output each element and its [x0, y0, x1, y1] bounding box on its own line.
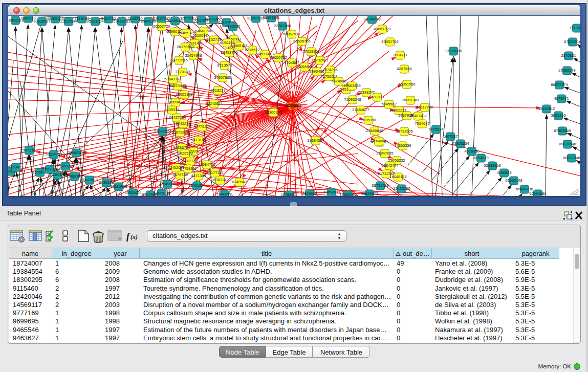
svg-text:1607337: 1607337	[443, 134, 458, 139]
svg-text:8267586: 8267586	[397, 67, 411, 71]
svg-text:1839335: 1839335	[164, 107, 179, 112]
svg-text:87603859: 87603859	[343, 83, 360, 88]
svg-text:9042284: 9042284	[176, 121, 190, 126]
svg-text:7594647: 7594647	[415, 121, 429, 126]
svg-text:10651333: 10651333	[41, 167, 58, 171]
svg-text:58867533: 58867533	[283, 32, 300, 36]
svg-text:36183242: 36183242	[211, 178, 228, 182]
svg-text:49651370: 49651370	[374, 27, 390, 31]
svg-text:4893252: 4893252	[225, 24, 240, 29]
svg-text:13315098: 13315098	[445, 49, 462, 53]
svg-text:90916998: 90916998	[110, 184, 127, 189]
svg-text:87603669: 87603669	[554, 128, 571, 133]
svg-text:5674680: 5674680	[331, 79, 346, 83]
svg-text:43455812: 43455812	[538, 106, 555, 111]
svg-text:70348247: 70348247	[358, 90, 375, 95]
svg-text:4060883: 4060883	[496, 170, 511, 175]
svg-text:7770143: 7770143	[175, 70, 190, 74]
svg-text:85931746: 85931746	[381, 39, 398, 44]
svg-text:8613171: 8613171	[369, 95, 384, 99]
svg-text:43699577: 43699577	[361, 191, 378, 196]
svg-text:88937346: 88937346	[563, 156, 580, 160]
svg-text:26179640: 26179640	[177, 45, 193, 49]
svg-text:3623166: 3623166	[551, 113, 565, 118]
svg-text:6025634: 6025634	[428, 127, 443, 132]
svg-text:5183473: 5183473	[8, 165, 23, 169]
svg-text:18724007: 18724007	[284, 103, 301, 108]
svg-text:34123281: 34123281	[182, 159, 199, 163]
svg-text:0249947: 0249947	[232, 180, 247, 184]
svg-text:28498776: 28498776	[221, 50, 237, 55]
svg-text:85574443: 85574443	[169, 83, 186, 88]
svg-text:2805982: 2805982	[302, 191, 317, 196]
svg-text:17758917: 17758917	[180, 166, 197, 171]
svg-text:43303654: 43303654	[452, 141, 469, 146]
svg-text:06562729: 06562729	[153, 24, 170, 29]
svg-text:16048175: 16048175	[389, 174, 406, 179]
svg-text:21047095: 21047095	[376, 151, 393, 156]
svg-text:43534624: 43534624	[124, 190, 141, 195]
svg-text:71093248: 71093248	[344, 97, 361, 102]
svg-text:3518233: 3518233	[210, 88, 225, 93]
svg-text:38346578: 38346578	[363, 17, 380, 21]
svg-text:44064090: 44064090	[370, 139, 387, 143]
svg-text:9413186: 9413186	[191, 138, 206, 142]
svg-text:30980500: 30980500	[68, 150, 84, 155]
svg-text:35454948: 35454948	[185, 53, 202, 58]
svg-text:15869232: 15869232	[339, 192, 356, 197]
svg-text:66177115: 66177115	[207, 170, 224, 175]
svg-text:78091343: 78091343	[402, 98, 419, 102]
svg-text:21465840: 21465840	[366, 128, 383, 133]
svg-text:7874296: 7874296	[322, 68, 337, 72]
svg-text:27849808: 27849808	[159, 182, 176, 186]
svg-text:93534874: 93534874	[154, 129, 171, 134]
svg-text:58842474: 58842474	[381, 163, 398, 168]
svg-text:18300295: 18300295	[265, 110, 281, 115]
svg-text:4471349: 4471349	[191, 173, 206, 178]
svg-text:19384554: 19384554	[307, 138, 324, 143]
svg-text:47775204: 47775204	[193, 124, 210, 129]
svg-text:65648236: 65648236	[516, 187, 533, 191]
svg-text:27484677: 27484677	[352, 107, 369, 112]
svg-text:3990490: 3990490	[309, 69, 324, 74]
svg-text:27889579: 27889579	[558, 68, 575, 73]
svg-text:7648350: 7648350	[127, 16, 142, 21]
svg-text:38721489: 38721489	[372, 183, 388, 188]
svg-text:19065940: 19065940	[296, 64, 313, 69]
svg-text:53773515: 53773515	[170, 58, 187, 62]
svg-text:55698169: 55698169	[484, 163, 500, 168]
svg-text:1640052: 1640052	[216, 192, 231, 196]
svg-text:61595148: 61595148	[505, 178, 522, 183]
svg-text:47468723: 47468723	[66, 174, 82, 179]
svg-text:0842710: 0842710	[169, 115, 184, 120]
svg-text:4586850: 4586850	[464, 149, 479, 154]
svg-text:67632016: 67632016	[564, 39, 581, 44]
svg-text:(x): (x)	[130, 233, 138, 240]
svg-text:77360260: 77360260	[57, 164, 74, 168]
svg-text:78820812: 78820812	[81, 178, 98, 182]
svg-text:86872774: 86872774	[551, 82, 568, 87]
svg-text:99650752: 99650752	[270, 55, 287, 60]
svg-text:63605766: 63605766	[293, 39, 310, 43]
svg-text:2870831: 2870831	[561, 53, 576, 58]
svg-text:18702621: 18702621	[311, 58, 328, 62]
svg-text:1020539: 1020539	[178, 151, 192, 156]
svg-text:36713695: 36713695	[396, 129, 412, 134]
svg-text:4873471: 4873471	[554, 96, 569, 101]
svg-text:11671902: 11671902	[172, 130, 189, 135]
svg-text:5310033: 5310033	[192, 33, 207, 38]
svg-text:39005329: 39005329	[176, 92, 192, 97]
svg-text:81080132: 81080132	[49, 172, 66, 177]
svg-text:27028951: 27028951	[302, 49, 319, 54]
svg-text:29973763: 29973763	[20, 148, 37, 152]
svg-text:2004711: 2004711	[393, 53, 408, 57]
svg-text:74989413: 74989413	[167, 100, 184, 104]
svg-text:7917693: 7917693	[569, 26, 584, 30]
svg-text:50643171: 50643171	[164, 77, 181, 81]
svg-text:62994680: 62994680	[529, 191, 546, 196]
svg-text:38425135: 38425135	[153, 191, 170, 195]
svg-text:9232719: 9232719	[206, 37, 221, 42]
svg-text:12411824: 12411824	[189, 183, 206, 188]
svg-text:72624731: 72624731	[45, 152, 62, 157]
svg-text:20450533: 20450533	[323, 190, 340, 194]
